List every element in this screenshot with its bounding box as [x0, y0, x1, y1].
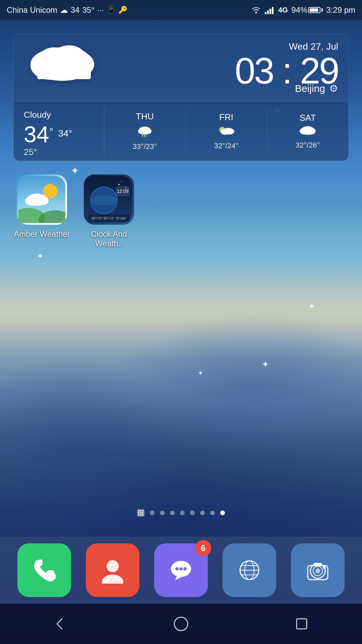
status-dots: ···: [97, 5, 104, 15]
fri-label: FRI: [219, 112, 233, 122]
widget-city: Beijing ⚙: [295, 83, 338, 94]
browser-icon[interactable]: [223, 543, 276, 597]
page-dot-7[interactable]: [210, 511, 215, 515]
page-dot-4[interactable]: [180, 511, 185, 515]
amber-weather-label: Amber Weather: [14, 229, 70, 239]
widget-bottom: Cloudy 34 ° 34° 25° THU: [14, 101, 348, 161]
thu-temps: 33°/23°: [133, 142, 157, 151]
degree-symbol: °: [49, 126, 54, 137]
sparkle-6: ✦: [308, 302, 315, 311]
dock-phone[interactable]: [17, 543, 71, 597]
nav-bar: [0, 604, 362, 644]
forecast-days: THU 33°/23°: [104, 106, 348, 156]
clock-time: 3:29 pm: [326, 5, 355, 15]
today-low: 25°: [24, 147, 94, 157]
clock-weather-label: Clock And Weath..: [80, 229, 137, 248]
page-dot-2[interactable]: [160, 511, 165, 515]
dock-messages[interactable]: 6: [154, 543, 208, 597]
sparkle-4: ✦: [198, 369, 203, 377]
dock-contacts[interactable]: [86, 543, 139, 597]
home-button[interactable]: [168, 610, 194, 637]
app-amber-weather[interactable]: Amber Weather: [13, 174, 70, 248]
dock-camera[interactable]: [291, 543, 345, 597]
svg-rect-11: [37, 66, 91, 79]
svg-point-48: [183, 567, 187, 571]
svg-point-38: [118, 184, 120, 185]
apps-grid: Amber Weather: [13, 174, 137, 248]
svg-point-40: [121, 181, 122, 182]
dock: 6: [0, 537, 362, 604]
sparkle-3: ✦: [37, 252, 44, 261]
widget-top: Wed 27, Jul 03 : 29 Beijing ⚙: [14, 34, 348, 101]
svg-point-39: [125, 187, 126, 189]
status-right: 4G 94% 3:29 pm: [251, 5, 355, 15]
amber-weather-icon[interactable]: [17, 174, 67, 225]
status-high-temp: 35°: [82, 5, 94, 15]
app-clock-weather[interactable]: 12:09 88°/70° 95°/72° 79°/68° Clock And …: [80, 174, 137, 248]
svg-point-14: [143, 128, 152, 134]
settings-icon[interactable]: ⚙: [329, 83, 338, 94]
svg-rect-2: [267, 10, 269, 14]
back-button[interactable]: [47, 610, 74, 637]
carrier-name: China Unicom: [7, 5, 57, 15]
generation-badge: 4G: [278, 6, 288, 14]
phone-icon[interactable]: [17, 543, 71, 597]
svg-line-17: [146, 135, 147, 137]
signal-icon: [265, 6, 275, 14]
weather-status-icon: ☁: [60, 5, 68, 15]
contacts-icon[interactable]: [86, 543, 139, 597]
page-indicators: [0, 509, 362, 517]
wallpaper: ✦ ✦ ✦ ✦ ✦ ✦ China Unicom ☁ 34 35° ··· 📱 …: [0, 0, 362, 644]
recent-button[interactable]: [288, 610, 315, 637]
page-apps-grid[interactable]: [137, 509, 144, 517]
sat-temps: 32°/26°: [296, 141, 320, 150]
today-temp-display: 34 ° 34°: [24, 123, 94, 146]
battery-indicator: 94%: [291, 5, 323, 15]
svg-point-21: [226, 128, 234, 135]
today-current-temp: 34: [24, 123, 49, 146]
fri-temps: 32°/24°: [214, 142, 239, 150]
svg-rect-3: [269, 9, 271, 14]
forecast-fri: FRI 32°/24°: [186, 106, 267, 156]
svg-point-60: [174, 617, 188, 631]
battery-percent: 94%: [291, 5, 307, 15]
city-name: Beijing: [295, 83, 325, 94]
svg-rect-1: [265, 12, 266, 14]
weather-cloud-image: [24, 41, 101, 89]
svg-rect-58: [314, 563, 322, 566]
svg-rect-61: [297, 619, 307, 629]
messages-badge: 6: [195, 540, 211, 556]
fri-icon: [218, 124, 235, 140]
svg-point-43: [107, 560, 119, 572]
page-dot-3[interactable]: [170, 511, 175, 515]
sat-icon: [299, 124, 316, 140]
today-high: 34°: [58, 129, 72, 138]
svg-text:88°/70° 95°/72° 79°/68°: 88°/70° 95°/72° 79°/68°: [92, 217, 127, 220]
weather-widget[interactable]: Wed 27, Jul 03 : 29 Beijing ⚙ Cloudy 34 …: [13, 34, 349, 161]
thu-icon: [136, 123, 154, 141]
sparkle-2: ✦: [261, 359, 269, 370]
svg-point-34: [90, 195, 117, 205]
wifi-icon: [251, 6, 261, 14]
page-dot-6[interactable]: [200, 511, 205, 515]
dock-browser[interactable]: [223, 543, 276, 597]
svg-point-44: [102, 575, 123, 584]
rotate-icon: 📱: [107, 6, 116, 14]
key-icon: 🔑: [118, 6, 127, 14]
status-left: China Unicom ☁ 34 35° ··· 📱 🔑: [7, 5, 127, 15]
status-temp: 34: [71, 5, 80, 15]
status-bar: China Unicom ☁ 34 35° ··· 📱 🔑 4G: [0, 0, 362, 20]
clock-weather-icon[interactable]: 12:09 88°/70° 95°/72° 79°/68°: [84, 174, 134, 225]
svg-point-47: [179, 567, 183, 571]
today-weather: Cloudy 34 ° 34° 25°: [14, 106, 104, 156]
page-dot-5[interactable]: [190, 511, 195, 515]
svg-point-59: [323, 566, 326, 569]
svg-point-46: [175, 567, 179, 571]
forecast-thu: THU 33°/23°: [104, 106, 186, 156]
camera-icon[interactable]: [291, 543, 345, 597]
page-dot-1[interactable]: [150, 511, 155, 515]
svg-point-31: [35, 196, 49, 205]
svg-point-0: [255, 12, 257, 13]
thu-label: THU: [136, 111, 154, 122]
page-dot-active[interactable]: [220, 511, 225, 515]
